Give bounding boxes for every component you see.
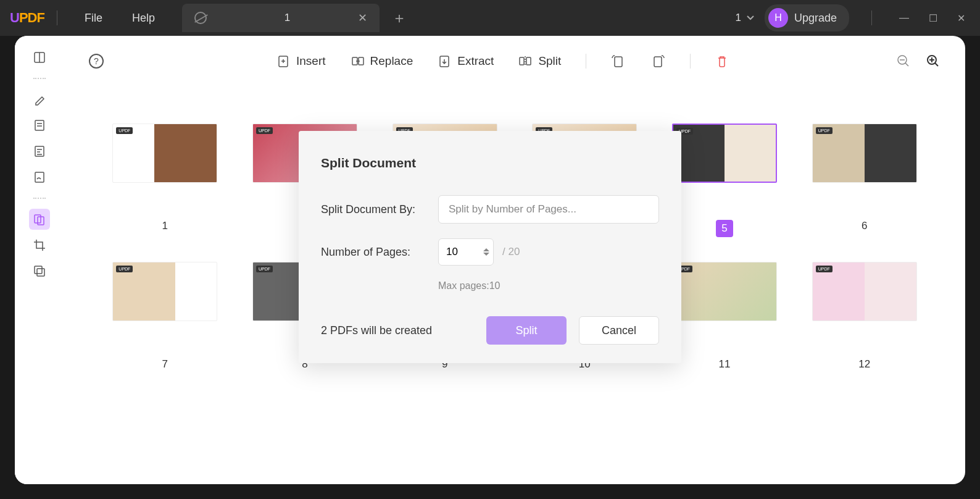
cancel-button[interactable]: Cancel [579, 316, 659, 345]
stepper-up-icon[interactable] [483, 248, 489, 251]
split-confirm-button[interactable]: Split [486, 316, 567, 345]
upgrade-label: Upgrade [794, 12, 837, 25]
app-logo: UPDF [10, 10, 44, 26]
titlebar: UPDF File Help 1 ✕ ＋ 1 H Upgrade — ☐ ✕ [0, 0, 980, 36]
maximize-icon[interactable]: ☐ [924, 12, 942, 24]
result-text: 2 PDFs will be created [321, 324, 432, 337]
tab-title: 1 [217, 12, 358, 24]
avatar: H [768, 8, 788, 28]
split-dialog: Split Document Split Document By: Split … [299, 131, 681, 363]
menu-file[interactable]: File [70, 12, 117, 25]
max-pages-label: Max pages:10 [438, 280, 659, 291]
split-by-select[interactable]: Split by Number of Pages... [438, 195, 659, 224]
close-window-icon[interactable]: ✕ [952, 12, 970, 24]
upgrade-button[interactable]: H Upgrade [765, 4, 849, 31]
menu-help[interactable]: Help [117, 12, 170, 25]
split-by-label: Split Document By: [321, 203, 438, 216]
num-pages-value: 10 [446, 246, 458, 258]
num-pages-label: Number of Pages: [321, 246, 438, 259]
tab-doc-icon [194, 12, 207, 24]
minimize-icon[interactable]: — [894, 12, 914, 23]
num-pages-input[interactable]: 10 [438, 238, 494, 266]
dialog-title: Split Document [321, 156, 659, 170]
dialog-overlay: Split Document Split Document By: Split … [15, 36, 965, 484]
page-indicator[interactable]: 1 [735, 12, 754, 24]
divider [57, 10, 57, 25]
divider [871, 10, 872, 25]
total-pages: / 20 [502, 246, 520, 258]
chevron-down-icon [746, 14, 755, 22]
main-area: ? Insert Replace Extract Split [15, 36, 965, 484]
document-tab[interactable]: 1 ✕ [182, 4, 380, 32]
close-icon[interactable]: ✕ [358, 11, 367, 25]
add-tab-button[interactable]: ＋ [392, 8, 407, 28]
page-number: 1 [735, 12, 741, 24]
stepper-down-icon[interactable] [483, 253, 489, 256]
